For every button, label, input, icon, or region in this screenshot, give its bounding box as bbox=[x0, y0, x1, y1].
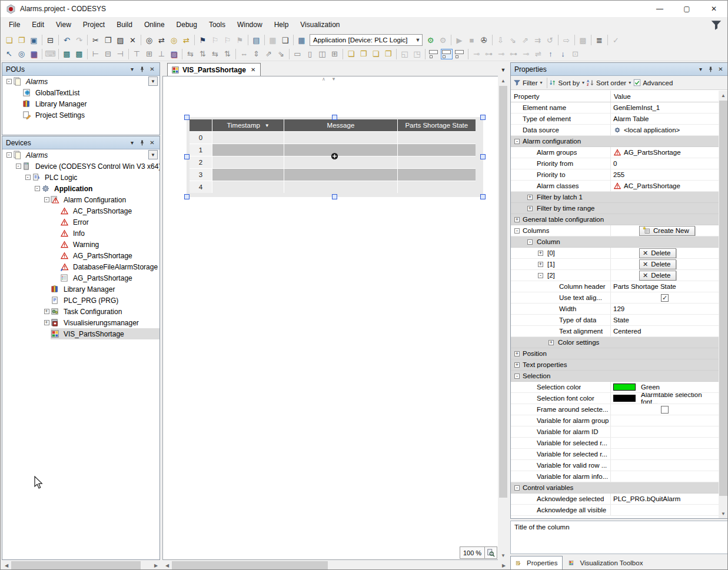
property-value[interactable]: 0 bbox=[610, 158, 719, 169]
visualization-canvas[interactable]: ∧ ▼ Timestamp▼MessageParts Shortage Stat… bbox=[162, 76, 498, 560]
scrollbar-thumb[interactable] bbox=[172, 561, 328, 569]
property-value[interactable]: Alarmtable selection font... bbox=[610, 393, 719, 404]
device-item-task-configuration[interactable]: +Task Configuration bbox=[2, 306, 159, 317]
property-row-variable-for-alarm-info-[interactable]: Variable for alarm info... bbox=[511, 471, 719, 482]
step-over-icon[interactable]: ⇩ bbox=[494, 34, 507, 46]
start-icon[interactable]: ▶ bbox=[453, 34, 466, 46]
expander-minus-icon[interactable]: - bbox=[42, 197, 51, 202]
paste-icon[interactable]: ▨ bbox=[114, 34, 127, 46]
device-item-library-manager[interactable]: Library Manager bbox=[2, 284, 159, 295]
properties-close-icon[interactable]: ✕ bbox=[716, 65, 726, 74]
scroll-right-icon[interactable]: ▶ bbox=[151, 561, 161, 570]
pous-menu-icon[interactable]: ▾ bbox=[127, 65, 137, 74]
expander-plus-icon[interactable]: + bbox=[527, 206, 533, 211]
scrollbar-thumb[interactable] bbox=[499, 86, 507, 498]
align-top-icon[interactable]: ⊤ bbox=[131, 48, 143, 60]
property-row-acknowledge-all-visible[interactable]: Acknowledge all visible bbox=[511, 505, 719, 516]
step-into-icon[interactable]: ⇘ bbox=[507, 34, 519, 46]
properties-pin-icon[interactable] bbox=[706, 65, 716, 74]
move-up-icon[interactable]: ↑ bbox=[544, 48, 557, 60]
scroll-up-icon[interactable]: ▲ bbox=[498, 76, 508, 85]
property-row-column-header[interactable]: Column headerParts Shortage State bbox=[511, 281, 719, 292]
property-value[interactable]: GenElemInst_1 bbox=[610, 102, 719, 113]
background-icon[interactable]: ▨ bbox=[168, 48, 180, 60]
replace-icon[interactable]: ⇄ bbox=[155, 34, 168, 46]
virtual-keyboard-icon[interactable]: ⌨ bbox=[44, 48, 56, 60]
expander-plus-icon[interactable]: + bbox=[42, 320, 51, 325]
property-row-acknowledge-selected[interactable]: Acknowledge selectedPLC_PRG.bQuitAlarm bbox=[511, 494, 719, 505]
find-in-project-icon[interactable]: ◎ bbox=[168, 34, 180, 46]
property-value[interactable]: AC_PartsShortage bbox=[610, 181, 719, 191]
flip-order-icon[interactable]: ⇌ bbox=[532, 48, 544, 60]
align-left-icon[interactable]: ⊢ bbox=[89, 48, 102, 60]
selection-handle[interactable] bbox=[480, 115, 486, 120]
align-bottom-icon[interactable]: ⊥ bbox=[155, 48, 168, 60]
property-row-columns[interactable]: -ColumnsCreate New bbox=[511, 225, 719, 236]
align-center-icon[interactable]: ⊟ bbox=[102, 48, 114, 60]
watch-grid-icon[interactable]: ▦ bbox=[295, 34, 308, 46]
expander-plus-icon[interactable]: + bbox=[42, 309, 51, 314]
expander-plus-icon[interactable]: + bbox=[549, 340, 554, 345]
zoom-magnifier-icon[interactable] bbox=[485, 547, 497, 558]
editor-vertical-scrollbar[interactable]: ▲ ▼ bbox=[498, 76, 508, 560]
find-icon[interactable]: ◎ bbox=[143, 34, 155, 46]
recheck-icon[interactable]: ✓ bbox=[610, 34, 622, 46]
property-section-selection[interactable]: -Selection bbox=[511, 371, 719, 382]
property-row-type-of-element[interactable]: Type of elementAlarm Table bbox=[511, 114, 719, 125]
show-next-statement-icon[interactable]: ⇨ bbox=[560, 34, 573, 46]
send-to-back-icon[interactable]: ❐ bbox=[382, 48, 394, 60]
tree-dropdown-icon[interactable]: ▼ bbox=[148, 150, 158, 159]
device-item-databasefilealarmstorage[interactable]: DatabaseFileAlarmStorage bbox=[2, 261, 159, 272]
scroll-up-icon[interactable]: ▲ bbox=[719, 91, 728, 100]
open-file-icon[interactable]: ❐ bbox=[15, 34, 28, 46]
new-file-icon[interactable]: ❏ bbox=[3, 34, 15, 46]
create-new-button[interactable]: Create New bbox=[639, 226, 695, 236]
menu-item-online[interactable]: Online bbox=[138, 18, 171, 31]
property-row-variable-for-alarm-id[interactable]: Variable for alarm ID bbox=[511, 426, 719, 438]
bring-forward-icon[interactable]: ❐ bbox=[357, 48, 370, 60]
anchor-top-icon[interactable]: ⊶ bbox=[483, 48, 495, 60]
previous-bookmark-icon[interactable]: ⚐ bbox=[209, 34, 221, 46]
property-row-alarm-classes[interactable]: Alarm classesAC_PartsShortage bbox=[511, 181, 719, 192]
device-item-ag-partsshortage[interactable]: AG_PartsShortage bbox=[2, 272, 159, 284]
property-value[interactable]: Parts Shortage State bbox=[610, 281, 719, 292]
menu-item-edit[interactable]: Edit bbox=[26, 18, 50, 31]
redo-icon[interactable]: ↷ bbox=[73, 34, 85, 46]
pou-item-alarms[interactable]: -Alarms▼ bbox=[2, 76, 159, 87]
property-value[interactable] bbox=[610, 426, 719, 437]
pou-item-globaltextlist[interactable]: GlobalTextList bbox=[2, 87, 159, 98]
property-value[interactable]: ✕Delete bbox=[610, 248, 719, 258]
property-section-color-settings[interactable]: +Color settings bbox=[511, 337, 719, 348]
reset-icon[interactable]: ↺ bbox=[544, 34, 556, 46]
anchor-center-icon[interactable]: ⊸ bbox=[520, 48, 532, 60]
pous-pin-icon[interactable] bbox=[137, 65, 147, 74]
checkbox-checked[interactable]: ✓ bbox=[661, 294, 669, 302]
property-value[interactable] bbox=[610, 471, 719, 482]
property-value[interactable]: AG_PartsShortage bbox=[610, 147, 719, 158]
undo-icon[interactable]: ↶ bbox=[61, 34, 73, 46]
visu-select-tool-icon[interactable]: ↖ bbox=[3, 48, 15, 60]
device-item-visualisierungsmanager[interactable]: +Visualisierungsmanager bbox=[2, 317, 159, 328]
alarm-table-element[interactable]: Timestamp▼MessageParts Shortage State012… bbox=[187, 117, 483, 197]
property-row-priority-to[interactable]: Priority to255 bbox=[511, 169, 719, 181]
selection-handle[interactable] bbox=[480, 194, 486, 199]
menu-item-build[interactable]: Build bbox=[111, 18, 138, 31]
chevron-down-icon[interactable]: ▼ bbox=[414, 37, 422, 43]
expander-minus-icon[interactable]: - bbox=[24, 175, 32, 180]
expander-minus-icon[interactable]: - bbox=[514, 228, 520, 234]
align-right-icon[interactable]: ⊣ bbox=[114, 48, 127, 60]
property-value[interactable]: Alarm Table bbox=[610, 114, 719, 124]
property-row-variable-for-selected-r-[interactable]: Variable for selected r... bbox=[511, 438, 719, 449]
maximize-button[interactable]: ▢ bbox=[673, 1, 700, 17]
minimize-button[interactable]: — bbox=[646, 1, 673, 17]
property-value[interactable] bbox=[610, 505, 719, 515]
step-out-icon[interactable]: ⇗ bbox=[519, 34, 531, 46]
align-middle-icon[interactable]: ⊞ bbox=[143, 48, 155, 60]
selection-handle[interactable] bbox=[184, 194, 190, 199]
device-item-error[interactable]: Error bbox=[2, 216, 159, 228]
checkbox-unchecked[interactable] bbox=[661, 406, 669, 414]
delete-button[interactable]: ✕Delete bbox=[639, 271, 676, 281]
property-row-selection-color[interactable]: Selection colorGreen bbox=[511, 382, 719, 393]
frame-mode-scroll-icon[interactable] bbox=[454, 49, 465, 59]
application-selector[interactable]: Application [Device: PLC Logic]▼ bbox=[310, 34, 423, 46]
